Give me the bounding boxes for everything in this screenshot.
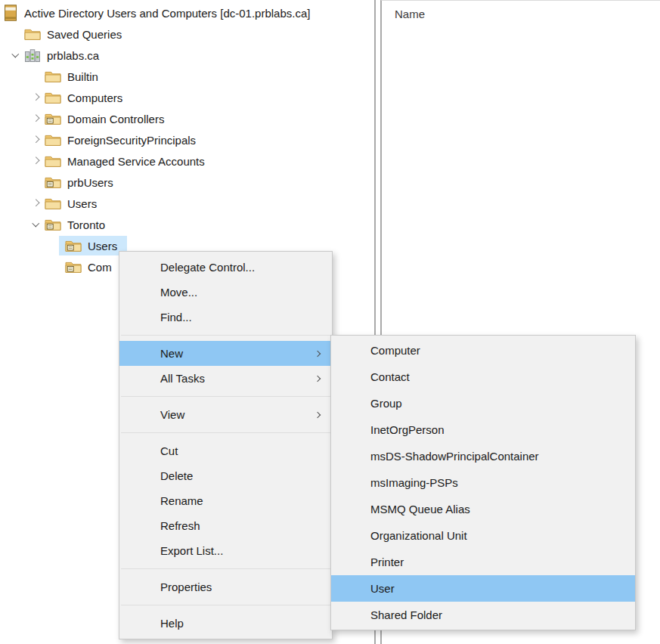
- chevron-right-icon[interactable]: [32, 115, 39, 122]
- ou-folder-icon: [45, 218, 61, 231]
- aduc-window: Active Directory Users and Computers [dc…: [0, 0, 660, 644]
- tree-item-label: Computers: [67, 91, 122, 104]
- ou-folder-icon: [65, 240, 82, 252]
- menu-item-delete[interactable]: Delete: [119, 463, 332, 488]
- folder-icon: [45, 70, 61, 83]
- tree-item-domain-controllers[interactable]: Domain Controllers: [0, 108, 374, 129]
- menu-item-all-tasks[interactable]: All Tasks: [119, 366, 332, 391]
- ou-folder-icon: [45, 113, 61, 125]
- submenu-arrow-icon: [315, 375, 321, 381]
- tree-item-label: Active Directory Users and Computers [dc…: [24, 7, 310, 20]
- tree-selection-highlight: Users: [59, 236, 127, 255]
- chevron-down-icon[interactable]: [32, 220, 39, 227]
- ou-folder-icon: [65, 261, 82, 274]
- folder-icon: [45, 155, 61, 168]
- folder-icon: [45, 197, 61, 210]
- tree-item-label: Saved Queries: [47, 28, 122, 41]
- folder-icon: [24, 28, 41, 41]
- tree-item-label: Com: [88, 261, 112, 274]
- tree-item-label: Users: [88, 240, 117, 252]
- chevron-right-icon[interactable]: [32, 94, 39, 101]
- folder-icon: [45, 91, 61, 104]
- tree-item-saved-queries[interactable]: Saved Queries: [0, 23, 374, 45]
- menu-item-cut[interactable]: Cut: [119, 438, 332, 463]
- submenu-item-inetorgperson[interactable]: InetOrgPerson: [331, 416, 635, 443]
- menu-item-move[interactable]: Move...: [119, 280, 332, 305]
- tree-item-label: Managed Service Accounts: [67, 155, 205, 168]
- tree-item-computers[interactable]: Computers: [0, 87, 374, 108]
- submenu-item-msmq-queue-alias[interactable]: MSMQ Queue Alias: [331, 496, 635, 522]
- ou-folder-icon: [45, 176, 61, 189]
- tree-item-label: Domain Controllers: [67, 113, 164, 125]
- menu-separator: [121, 396, 330, 397]
- tree-item-label: prbUsers: [67, 176, 113, 189]
- submenu-item-computer[interactable]: Computer: [331, 337, 635, 364]
- submenu-arrow-icon: [315, 350, 321, 356]
- submenu-arrow-icon: [315, 411, 321, 417]
- tree-item-label: ForeignSecurityPrincipals: [67, 134, 196, 147]
- submenu-item-printer[interactable]: Printer: [331, 549, 635, 575]
- tree-item-users[interactable]: Users: [0, 193, 374, 214]
- menu-item-rename[interactable]: Rename: [119, 488, 332, 513]
- tree-item-label: Toronto: [67, 218, 105, 231]
- menu-separator: [121, 605, 330, 605]
- submenu-item-msimaging-psps[interactable]: msImaging-PSPs: [331, 469, 635, 496]
- tree-item-builtin[interactable]: Builtin: [0, 66, 374, 87]
- menu-item-refresh[interactable]: Refresh: [119, 513, 332, 538]
- tree-item-label: Users: [67, 197, 97, 210]
- tree-item-toronto[interactable]: Toronto: [0, 214, 374, 235]
- chevron-right-icon[interactable]: [32, 200, 39, 206]
- chevron-down-icon[interactable]: [11, 51, 18, 57]
- column-header-name[interactable]: Name: [382, 1, 660, 20]
- menu-item-delegate-control[interactable]: Delegate Control...: [119, 255, 332, 280]
- context-menu: Delegate Control... Move... Find... New …: [119, 251, 333, 639]
- tree-item-foreignsecurityprincipals[interactable]: ForeignSecurityPrincipals: [0, 129, 374, 150]
- tree-item-label: Builtin: [67, 70, 98, 83]
- domain-icon: [24, 49, 41, 62]
- folder-icon: [45, 134, 61, 147]
- submenu-item-organizational-unit[interactable]: Organizational Unit: [331, 522, 635, 549]
- menu-item-export-list[interactable]: Export List...: [119, 538, 332, 563]
- menu-separator: [121, 568, 330, 569]
- tree-item-label: prblabs.ca: [47, 49, 99, 62]
- menu-item-view[interactable]: View: [119, 402, 332, 427]
- menu-item-properties[interactable]: Properties: [119, 574, 332, 599]
- tree-item-prblabs-ca[interactable]: prblabs.ca: [0, 45, 374, 66]
- menu-item-help[interactable]: Help: [119, 611, 332, 636]
- chevron-right-icon[interactable]: [32, 157, 39, 164]
- menu-separator: [121, 432, 330, 433]
- submenu-item-msds-shadowprincipalcontainer[interactable]: msDS-ShadowPrincipalContainer: [331, 443, 635, 469]
- menu-item-new[interactable]: New: [119, 341, 332, 366]
- submenu-item-contact[interactable]: Contact: [331, 364, 635, 390]
- tree-item-managed-service-accounts[interactable]: Managed Service Accounts: [0, 150, 374, 172]
- new-submenu: Computer Contact Group InetOrgPerson msD…: [330, 335, 636, 630]
- tree-item-prbusers[interactable]: prbUsers: [0, 172, 374, 193]
- aduc-root-icon: [3, 5, 18, 21]
- chevron-right-icon[interactable]: [32, 136, 39, 143]
- submenu-item-user[interactable]: User: [331, 575, 635, 602]
- menu-item-find[interactable]: Find...: [119, 305, 332, 330]
- submenu-item-shared-folder[interactable]: Shared Folder: [331, 602, 635, 628]
- submenu-item-group[interactable]: Group: [331, 390, 635, 416]
- menu-separator: [121, 335, 330, 336]
- tree-item-aduc-root[interactable]: Active Directory Users and Computers [dc…: [0, 2, 374, 23]
